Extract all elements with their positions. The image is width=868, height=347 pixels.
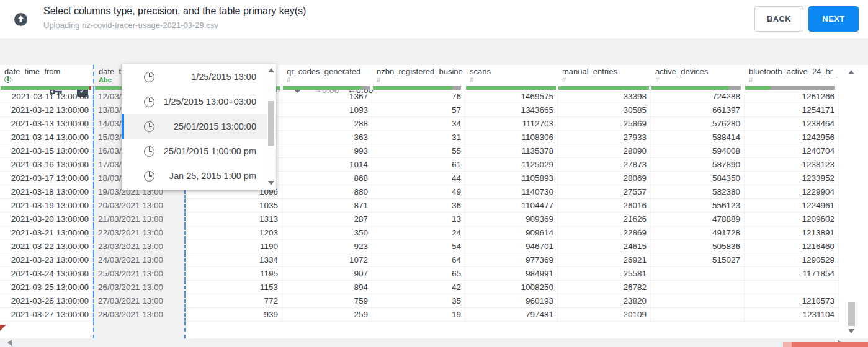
cell-active-devices[interactable]: 594008 <box>651 144 745 158</box>
format-option-1[interactable]: 1/25/2015 13:00 <box>122 64 276 89</box>
next-button[interactable]: NEXT <box>808 6 859 32</box>
cell-hidden-column[interactable]: 1190 <box>186 240 282 253</box>
scroll-left-icon[interactable] <box>7 340 12 346</box>
column-header-nzbn-registered-busine[interactable]: nzbn_registered_busine # <box>372 65 465 90</box>
cell-nzbn-registered-busine[interactable]: 49 <box>372 185 465 199</box>
cell-scans[interactable]: 1140730 <box>465 185 558 199</box>
cell-scans[interactable]: 909614 <box>465 226 558 240</box>
cell-nzbn-registered-busine[interactable]: 61 <box>372 158 465 172</box>
cell-active-devices[interactable]: 515027 <box>651 253 745 267</box>
cell-date-time-from[interactable]: 2021-03-16 13:00:00 <box>0 158 93 172</box>
cell-bluetooth-active-24-hr[interactable]: 1224961 <box>745 199 839 213</box>
cell-nzbn-registered-busine[interactable]: 42 <box>372 281 465 294</box>
cell-manual-entries[interactable]: 26782 <box>558 281 651 294</box>
cell-bluetooth-active-24-hr[interactable]: 1290529 <box>745 253 839 267</box>
scrollbar-thumb[interactable] <box>783 342 868 347</box>
cell-qr-codes-generated[interactable]: 288 <box>282 117 372 131</box>
cell-nzbn-registered-busine[interactable]: 19 <box>372 308 465 322</box>
cell-bluetooth-active-24-hr[interactable]: 1242956 <box>745 131 839 144</box>
cell-manual-entries[interactable]: 33398 <box>558 90 651 103</box>
cell-date-time-from[interactable]: 2021-03-12 13:00:00 <box>0 103 93 117</box>
cell-date-time-from[interactable]: 2021-03-15 13:00:00 <box>0 144 93 158</box>
cell-bluetooth-active-24-hr[interactable]: 1210573 <box>745 294 839 308</box>
cell-active-devices[interactable]: 661397 <box>651 103 745 117</box>
cell-qr-codes-generated[interactable]: 759 <box>282 294 372 308</box>
cell-qr-codes-generated[interactable]: 1014 <box>282 158 372 172</box>
cell-hidden-column[interactable]: 1035 <box>186 199 282 213</box>
cell-date-time-from[interactable]: 2021-03-23 13:00:00 <box>0 253 93 267</box>
scrollbar-thumb[interactable] <box>268 101 274 146</box>
cell-date-time-from[interactable]: 2021-03-21 13:00:00 <box>0 226 93 240</box>
cell-active-devices[interactable] <box>651 267 745 281</box>
cell-qr-codes-generated[interactable]: 259 <box>282 308 372 322</box>
cell-hidden-column[interactable]: 1195 <box>186 267 282 281</box>
cell-date-time-from[interactable]: 2021-03-27 13:00:00 <box>0 308 93 322</box>
cell-date-time-from[interactable]: 2021-03-17 13:00:00 <box>0 172 93 185</box>
cell-bluetooth-active-24-hr[interactable]: 1238464 <box>745 117 839 131</box>
cell-active-devices[interactable] <box>651 308 745 322</box>
cell-scans[interactable]: 1125029 <box>465 158 558 172</box>
cell-manual-entries[interactable]: 23820 <box>558 294 651 308</box>
cell-nzbn-registered-busine[interactable]: 76 <box>372 90 465 103</box>
cell-bluetooth-active-24-hr[interactable]: 1254171 <box>745 103 839 117</box>
cell-qr-codes-generated[interactable]: 1093 <box>282 103 372 117</box>
cell-scans[interactable]: 797481 <box>465 308 558 322</box>
column-header-manual-entries[interactable]: manual_entries # <box>558 65 651 90</box>
cell-bluetooth-active-24-hr[interactable]: 1229904 <box>745 185 839 199</box>
cell-manual-entries[interactable]: 27933 <box>558 131 651 144</box>
scroll-up-icon[interactable] <box>848 70 854 74</box>
cell-active-devices[interactable]: 556123 <box>651 199 745 213</box>
cell-bluetooth-active-24-hr[interactable] <box>745 281 839 294</box>
cell-nzbn-registered-busine[interactable]: 65 <box>372 267 465 281</box>
cell-scans[interactable]: 977369 <box>465 253 558 267</box>
scroll-up-icon[interactable] <box>268 68 274 72</box>
cell-hidden-column[interactable]: 1313 <box>186 213 282 226</box>
cell-nzbn-registered-busine[interactable]: 24 <box>372 226 465 240</box>
cell-qr-codes-generated[interactable]: 287 <box>282 213 372 226</box>
cell-scans[interactable]: 1008250 <box>465 281 558 294</box>
format-option-3-selected[interactable]: 25/01/2015 13:00:00 <box>122 114 276 139</box>
cell-scans[interactable]: 1469575 <box>465 90 558 103</box>
cell-bluetooth-active-24-hr[interactable]: 1209602 <box>745 213 839 226</box>
cell-date-time-from[interactable]: 2021-03-20 13:00:00 <box>0 213 93 226</box>
cell-nzbn-registered-busine[interactable]: 31 <box>372 131 465 144</box>
column-header-qr-codes-generated[interactable]: qr_codes_generated # <box>282 65 372 90</box>
cell-active-devices[interactable]: 505836 <box>651 240 745 253</box>
cell-manual-entries[interactable]: 22869 <box>558 226 651 240</box>
format-option-2[interactable]: 1/25/2015 13:00+03:00 <box>122 89 276 114</box>
cell-active-devices[interactable]: 478889 <box>651 213 745 226</box>
column-header-scans[interactable]: scans # <box>465 65 558 90</box>
cell-hidden-column[interactable]: 1153 <box>186 281 282 294</box>
cell-date-t-selected[interactable]: 24/03/2021 13:00 <box>93 253 186 267</box>
cell-date-t-selected[interactable]: 22/03/2021 13:00 <box>93 226 186 240</box>
cell-qr-codes-generated[interactable]: 880 <box>282 185 372 199</box>
cell-date-t-selected[interactable]: 28/03/2021 13:00 <box>93 308 186 322</box>
cell-manual-entries[interactable]: 21626 <box>558 213 651 226</box>
cell-qr-codes-generated[interactable]: 907 <box>282 267 372 281</box>
table-vertical-scrollbar[interactable] <box>845 65 857 338</box>
table-horizontal-scrollbar[interactable] <box>0 338 868 347</box>
cell-date-time-from[interactable]: 2021-03-25 13:00:00 <box>0 281 93 294</box>
cell-nzbn-registered-busine[interactable]: 54 <box>372 240 465 253</box>
cell-active-devices[interactable]: 588414 <box>651 131 745 144</box>
scrollbar-thumb[interactable] <box>848 302 855 326</box>
format-option-5[interactable]: Jan 25, 2015 1:00 pm <box>122 164 276 188</box>
cell-bluetooth-active-24-hr[interactable]: 1261266 <box>745 90 839 103</box>
cell-scans[interactable]: 1112703 <box>465 117 558 131</box>
cell-scans[interactable]: 1343665 <box>465 103 558 117</box>
cell-date-t-selected[interactable]: 25/03/2021 13:00 <box>93 267 186 281</box>
scroll-down-icon[interactable] <box>268 181 274 185</box>
cell-active-devices[interactable]: 587890 <box>651 158 745 172</box>
cell-date-time-from[interactable]: 2021-03-26 13:00:00 <box>0 294 93 308</box>
cell-qr-codes-generated[interactable]: 1367 <box>282 90 372 103</box>
cell-qr-codes-generated[interactable]: 923 <box>282 240 372 253</box>
cell-qr-codes-generated[interactable]: 868 <box>282 172 372 185</box>
cell-manual-entries[interactable]: 30585 <box>558 103 651 117</box>
cell-bluetooth-active-24-hr[interactable]: 1171854 <box>745 267 839 281</box>
cell-bluetooth-active-24-hr[interactable]: 1238123 <box>745 158 839 172</box>
cell-scans[interactable]: 1135378 <box>465 144 558 158</box>
cell-scans[interactable]: 984991 <box>465 267 558 281</box>
cell-scans[interactable]: 946701 <box>465 240 558 253</box>
cell-qr-codes-generated[interactable]: 871 <box>282 199 372 213</box>
cell-nzbn-registered-busine[interactable]: 34 <box>372 117 465 131</box>
